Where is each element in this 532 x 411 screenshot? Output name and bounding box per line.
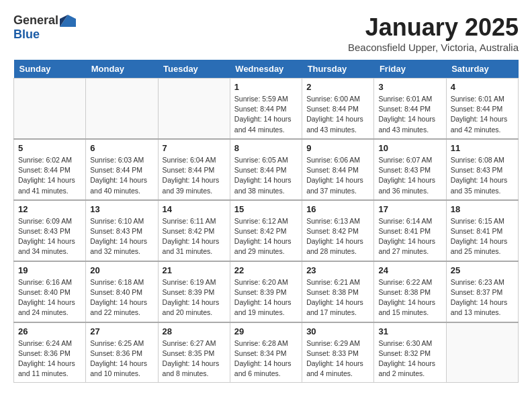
day-info: Sunrise: 6:27 AM Sunset: 8:35 PM Dayligh… <box>163 338 226 379</box>
day-number: 7 <box>163 143 226 153</box>
calendar-cell: 8Sunrise: 6:05 AM Sunset: 8:44 PM Daylig… <box>230 139 302 200</box>
calendar-cell: 10Sunrise: 6:07 AM Sunset: 8:43 PM Dayli… <box>374 139 446 200</box>
logo-blue-text: Blue <box>13 28 40 42</box>
week-row-1: 1Sunrise: 5:59 AM Sunset: 8:44 PM Daylig… <box>14 79 519 139</box>
day-info: Sunrise: 6:20 AM Sunset: 8:39 PM Dayligh… <box>234 277 298 318</box>
day-number: 4 <box>451 82 514 92</box>
day-number: 3 <box>378 82 441 92</box>
week-row-5: 26Sunrise: 6:24 AM Sunset: 8:36 PM Dayli… <box>14 322 519 383</box>
day-info: Sunrise: 6:23 AM Sunset: 8:37 PM Dayligh… <box>451 277 514 318</box>
week-row-4: 19Sunrise: 6:16 AM Sunset: 8:40 PM Dayli… <box>14 261 519 322</box>
week-row-2: 5Sunrise: 6:02 AM Sunset: 8:44 PM Daylig… <box>14 139 519 200</box>
day-number: 24 <box>378 265 441 275</box>
day-info: Sunrise: 6:08 AM Sunset: 8:43 PM Dayligh… <box>451 155 514 196</box>
calendar-cell: 24Sunrise: 6:22 AM Sunset: 8:38 PM Dayli… <box>374 261 446 322</box>
day-number: 20 <box>90 265 153 275</box>
calendar-cell <box>86 79 158 139</box>
location-subtitle: Beaconsfield Upper, Victoria, Australia <box>348 42 519 53</box>
calendar-cell: 19Sunrise: 6:16 AM Sunset: 8:40 PM Dayli… <box>14 261 86 322</box>
calendar-cell: 1Sunrise: 5:59 AM Sunset: 8:44 PM Daylig… <box>230 79 302 139</box>
page-header: General Blue January 2025 Beaconsfield U… <box>13 13 519 53</box>
day-number: 1 <box>234 82 298 92</box>
day-number: 5 <box>18 143 81 153</box>
day-info: Sunrise: 6:05 AM Sunset: 8:44 PM Dayligh… <box>234 155 298 196</box>
day-number: 26 <box>18 326 81 336</box>
calendar-cell: 5Sunrise: 6:02 AM Sunset: 8:44 PM Daylig… <box>14 139 86 200</box>
calendar-cell: 11Sunrise: 6:08 AM Sunset: 8:43 PM Dayli… <box>446 139 518 200</box>
day-number: 13 <box>90 204 153 214</box>
week-row-3: 12Sunrise: 6:09 AM Sunset: 8:43 PM Dayli… <box>14 200 519 261</box>
day-number: 17 <box>378 204 441 214</box>
day-number: 8 <box>234 143 298 153</box>
day-number: 2 <box>306 82 369 92</box>
month-title: January 2025 <box>348 13 519 42</box>
day-number: 6 <box>90 143 153 153</box>
day-number: 31 <box>378 326 441 336</box>
calendar-cell: 15Sunrise: 6:12 AM Sunset: 8:42 PM Dayli… <box>230 200 302 261</box>
calendar-cell: 16Sunrise: 6:13 AM Sunset: 8:42 PM Dayli… <box>302 200 374 261</box>
day-info: Sunrise: 6:29 AM Sunset: 8:33 PM Dayligh… <box>306 338 369 379</box>
calendar-table: SundayMondayTuesdayWednesdayThursdayFrid… <box>13 60 519 383</box>
weekday-header-thursday: Thursday <box>302 60 374 79</box>
day-info: Sunrise: 6:22 AM Sunset: 8:38 PM Dayligh… <box>378 277 441 318</box>
calendar-cell: 6Sunrise: 6:03 AM Sunset: 8:44 PM Daylig… <box>86 139 158 200</box>
calendar-cell: 9Sunrise: 6:06 AM Sunset: 8:44 PM Daylig… <box>302 139 374 200</box>
calendar-cell: 17Sunrise: 6:14 AM Sunset: 8:41 PM Dayli… <box>374 200 446 261</box>
day-info: Sunrise: 6:16 AM Sunset: 8:40 PM Dayligh… <box>18 277 81 318</box>
day-number: 29 <box>234 326 298 336</box>
day-number: 28 <box>163 326 226 336</box>
day-number: 12 <box>18 204 81 214</box>
calendar-cell: 3Sunrise: 6:01 AM Sunset: 8:44 PM Daylig… <box>374 79 446 139</box>
calendar-cell: 26Sunrise: 6:24 AM Sunset: 8:36 PM Dayli… <box>14 322 86 383</box>
day-info: Sunrise: 6:02 AM Sunset: 8:44 PM Dayligh… <box>18 155 81 196</box>
day-number: 21 <box>163 265 226 275</box>
day-info: Sunrise: 6:01 AM Sunset: 8:44 PM Dayligh… <box>378 94 441 135</box>
calendar-cell: 31Sunrise: 6:30 AM Sunset: 8:32 PM Dayli… <box>374 322 446 383</box>
day-info: Sunrise: 6:07 AM Sunset: 8:43 PM Dayligh… <box>378 155 441 196</box>
calendar-cell: 4Sunrise: 6:01 AM Sunset: 8:44 PM Daylig… <box>446 79 518 139</box>
day-info: Sunrise: 6:19 AM Sunset: 8:39 PM Dayligh… <box>163 277 226 318</box>
day-info: Sunrise: 6:15 AM Sunset: 8:41 PM Dayligh… <box>451 216 514 257</box>
calendar-cell: 22Sunrise: 6:20 AM Sunset: 8:39 PM Dayli… <box>230 261 302 322</box>
day-info: Sunrise: 6:21 AM Sunset: 8:38 PM Dayligh… <box>306 277 369 318</box>
day-number: 14 <box>163 204 226 214</box>
day-info: Sunrise: 5:59 AM Sunset: 8:44 PM Dayligh… <box>234 94 298 135</box>
day-number: 23 <box>306 265 369 275</box>
calendar-cell: 29Sunrise: 6:28 AM Sunset: 8:34 PM Dayli… <box>230 322 302 383</box>
calendar-cell: 25Sunrise: 6:23 AM Sunset: 8:37 PM Dayli… <box>446 261 518 322</box>
calendar-cell: 27Sunrise: 6:25 AM Sunset: 8:36 PM Dayli… <box>86 322 158 383</box>
calendar-cell <box>158 79 230 139</box>
weekday-header-sunday: Sunday <box>14 60 86 79</box>
calendar-cell: 21Sunrise: 6:19 AM Sunset: 8:39 PM Dayli… <box>158 261 230 322</box>
day-info: Sunrise: 6:18 AM Sunset: 8:40 PM Dayligh… <box>90 277 153 318</box>
day-number: 10 <box>378 143 441 153</box>
weekday-header-saturday: Saturday <box>446 60 518 79</box>
day-number: 16 <box>306 204 369 214</box>
day-number: 27 <box>90 326 153 336</box>
day-info: Sunrise: 6:12 AM Sunset: 8:42 PM Dayligh… <box>234 216 298 257</box>
calendar-cell: 20Sunrise: 6:18 AM Sunset: 8:40 PM Dayli… <box>86 261 158 322</box>
weekday-header-wednesday: Wednesday <box>230 60 302 79</box>
day-info: Sunrise: 6:30 AM Sunset: 8:32 PM Dayligh… <box>378 338 441 379</box>
day-info: Sunrise: 6:14 AM Sunset: 8:41 PM Dayligh… <box>378 216 441 257</box>
day-number: 30 <box>306 326 369 336</box>
day-number: 18 <box>451 204 514 214</box>
day-number: 15 <box>234 204 298 214</box>
logo-general-text: General <box>13 13 58 28</box>
day-info: Sunrise: 6:28 AM Sunset: 8:34 PM Dayligh… <box>234 338 298 379</box>
logo-icon <box>60 15 76 27</box>
day-info: Sunrise: 6:04 AM Sunset: 8:44 PM Dayligh… <box>163 155 226 196</box>
calendar-cell: 13Sunrise: 6:10 AM Sunset: 8:43 PM Dayli… <box>86 200 158 261</box>
weekday-header-row: SundayMondayTuesdayWednesdayThursdayFrid… <box>14 60 519 79</box>
title-section: January 2025 Beaconsfield Upper, Victori… <box>348 13 519 53</box>
day-info: Sunrise: 6:00 AM Sunset: 8:44 PM Dayligh… <box>306 94 369 135</box>
day-info: Sunrise: 6:09 AM Sunset: 8:43 PM Dayligh… <box>18 216 81 257</box>
calendar-cell <box>14 79 86 139</box>
day-number: 11 <box>451 143 514 153</box>
calendar-cell: 23Sunrise: 6:21 AM Sunset: 8:38 PM Dayli… <box>302 261 374 322</box>
weekday-header-friday: Friday <box>374 60 446 79</box>
logo: General Blue <box>13 13 76 42</box>
calendar-cell: 28Sunrise: 6:27 AM Sunset: 8:35 PM Dayli… <box>158 322 230 383</box>
weekday-header-tuesday: Tuesday <box>158 60 230 79</box>
day-info: Sunrise: 6:11 AM Sunset: 8:42 PM Dayligh… <box>163 216 226 257</box>
